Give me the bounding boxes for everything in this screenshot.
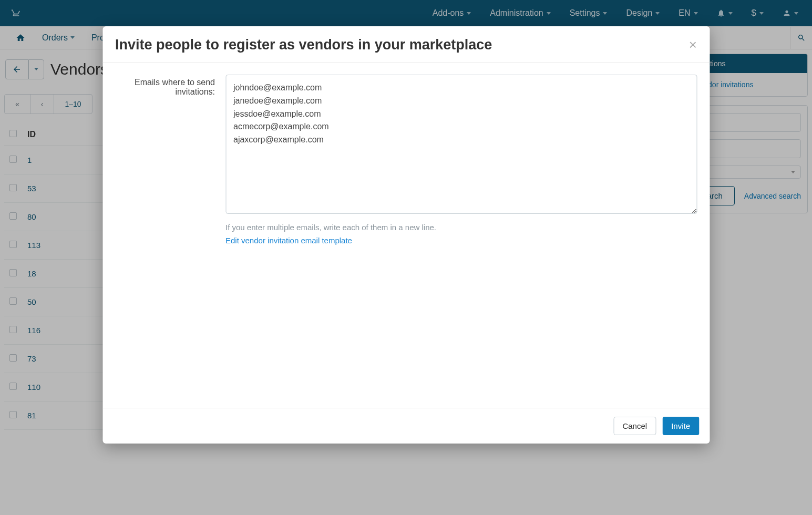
modal-cancel-button[interactable]: Cancel (613, 417, 656, 435)
edit-template-link[interactable]: Edit vendor invitation email template (225, 236, 352, 245)
modal-title: Invite people to register as vendors in … (115, 37, 492, 53)
emails-helper: If you enter multiple emails, write each… (225, 223, 697, 232)
invite-vendors-modal: Invite people to register as vendors in … (102, 26, 710, 444)
modal-invite-button[interactable]: Invite (662, 417, 699, 435)
modal-close-button[interactable]: × (689, 37, 697, 53)
emails-textarea[interactable] (225, 75, 697, 214)
emails-label: Emails where to send invitations: (115, 75, 215, 245)
